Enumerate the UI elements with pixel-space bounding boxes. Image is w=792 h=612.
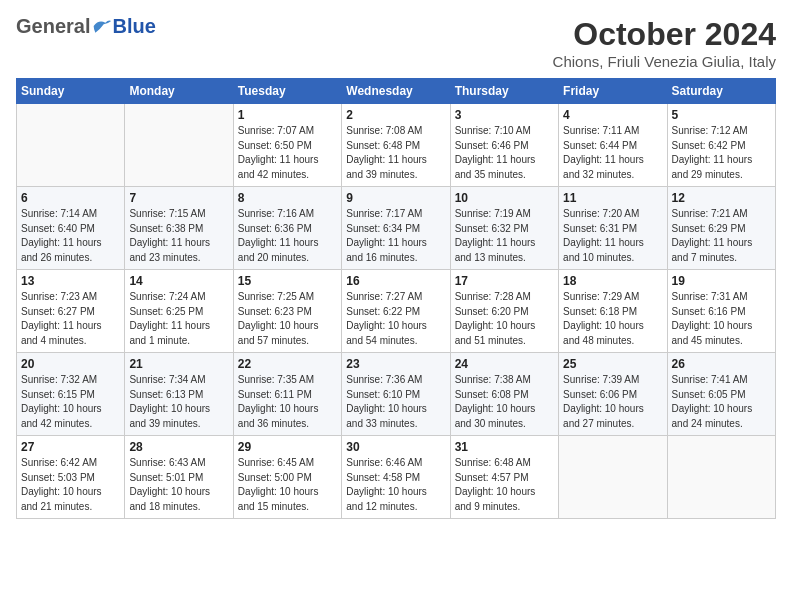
calendar-cell: 22Sunrise: 7:35 AM Sunset: 6:11 PM Dayli… xyxy=(233,353,341,436)
column-header-tuesday: Tuesday xyxy=(233,79,341,104)
day-number: 24 xyxy=(455,357,554,371)
calendar-cell: 30Sunrise: 6:46 AM Sunset: 4:58 PM Dayli… xyxy=(342,436,450,519)
calendar-cell xyxy=(17,104,125,187)
logo-general: General xyxy=(16,16,90,36)
day-detail: Sunrise: 7:34 AM Sunset: 6:13 PM Dayligh… xyxy=(129,373,228,431)
calendar-cell: 21Sunrise: 7:34 AM Sunset: 6:13 PM Dayli… xyxy=(125,353,233,436)
day-number: 2 xyxy=(346,108,445,122)
calendar-cell: 16Sunrise: 7:27 AM Sunset: 6:22 PM Dayli… xyxy=(342,270,450,353)
calendar-cell: 29Sunrise: 6:45 AM Sunset: 5:00 PM Dayli… xyxy=(233,436,341,519)
day-number: 8 xyxy=(238,191,337,205)
day-detail: Sunrise: 7:29 AM Sunset: 6:18 PM Dayligh… xyxy=(563,290,662,348)
day-detail: Sunrise: 7:16 AM Sunset: 6:36 PM Dayligh… xyxy=(238,207,337,265)
day-number: 15 xyxy=(238,274,337,288)
day-number: 26 xyxy=(672,357,771,371)
calendar-cell: 27Sunrise: 6:42 AM Sunset: 5:03 PM Dayli… xyxy=(17,436,125,519)
page-title: October 2024 xyxy=(553,16,776,53)
calendar-cell: 24Sunrise: 7:38 AM Sunset: 6:08 PM Dayli… xyxy=(450,353,558,436)
day-number: 10 xyxy=(455,191,554,205)
day-number: 19 xyxy=(672,274,771,288)
day-detail: Sunrise: 7:10 AM Sunset: 6:46 PM Dayligh… xyxy=(455,124,554,182)
calendar-cell: 12Sunrise: 7:21 AM Sunset: 6:29 PM Dayli… xyxy=(667,187,775,270)
calendar-week-row: 13Sunrise: 7:23 AM Sunset: 6:27 PM Dayli… xyxy=(17,270,776,353)
calendar-cell: 19Sunrise: 7:31 AM Sunset: 6:16 PM Dayli… xyxy=(667,270,775,353)
calendar-cell xyxy=(559,436,667,519)
calendar-cell: 20Sunrise: 7:32 AM Sunset: 6:15 PM Dayli… xyxy=(17,353,125,436)
calendar-cell: 4Sunrise: 7:11 AM Sunset: 6:44 PM Daylig… xyxy=(559,104,667,187)
day-detail: Sunrise: 7:12 AM Sunset: 6:42 PM Dayligh… xyxy=(672,124,771,182)
day-detail: Sunrise: 7:14 AM Sunset: 6:40 PM Dayligh… xyxy=(21,207,120,265)
calendar-cell: 15Sunrise: 7:25 AM Sunset: 6:23 PM Dayli… xyxy=(233,270,341,353)
day-detail: Sunrise: 7:36 AM Sunset: 6:10 PM Dayligh… xyxy=(346,373,445,431)
day-detail: Sunrise: 6:42 AM Sunset: 5:03 PM Dayligh… xyxy=(21,456,120,514)
day-detail: Sunrise: 7:27 AM Sunset: 6:22 PM Dayligh… xyxy=(346,290,445,348)
calendar-cell: 31Sunrise: 6:48 AM Sunset: 4:57 PM Dayli… xyxy=(450,436,558,519)
day-detail: Sunrise: 7:07 AM Sunset: 6:50 PM Dayligh… xyxy=(238,124,337,182)
calendar-week-row: 1Sunrise: 7:07 AM Sunset: 6:50 PM Daylig… xyxy=(17,104,776,187)
day-number: 12 xyxy=(672,191,771,205)
day-detail: Sunrise: 7:17 AM Sunset: 6:34 PM Dayligh… xyxy=(346,207,445,265)
calendar-cell: 2Sunrise: 7:08 AM Sunset: 6:48 PM Daylig… xyxy=(342,104,450,187)
day-detail: Sunrise: 6:45 AM Sunset: 5:00 PM Dayligh… xyxy=(238,456,337,514)
calendar-header-row: SundayMondayTuesdayWednesdayThursdayFrid… xyxy=(17,79,776,104)
day-number: 28 xyxy=(129,440,228,454)
calendar-cell: 5Sunrise: 7:12 AM Sunset: 6:42 PM Daylig… xyxy=(667,104,775,187)
calendar-cell: 8Sunrise: 7:16 AM Sunset: 6:36 PM Daylig… xyxy=(233,187,341,270)
calendar-cell: 14Sunrise: 7:24 AM Sunset: 6:25 PM Dayli… xyxy=(125,270,233,353)
day-detail: Sunrise: 7:31 AM Sunset: 6:16 PM Dayligh… xyxy=(672,290,771,348)
column-header-saturday: Saturday xyxy=(667,79,775,104)
title-block: October 2024 Chions, Friuli Venezia Giul… xyxy=(553,16,776,70)
calendar-cell: 18Sunrise: 7:29 AM Sunset: 6:18 PM Dayli… xyxy=(559,270,667,353)
calendar-cell: 6Sunrise: 7:14 AM Sunset: 6:40 PM Daylig… xyxy=(17,187,125,270)
day-detail: Sunrise: 7:24 AM Sunset: 6:25 PM Dayligh… xyxy=(129,290,228,348)
calendar-cell: 3Sunrise: 7:10 AM Sunset: 6:46 PM Daylig… xyxy=(450,104,558,187)
calendar-cell: 13Sunrise: 7:23 AM Sunset: 6:27 PM Dayli… xyxy=(17,270,125,353)
calendar-table: SundayMondayTuesdayWednesdayThursdayFrid… xyxy=(16,78,776,519)
day-detail: Sunrise: 7:32 AM Sunset: 6:15 PM Dayligh… xyxy=(21,373,120,431)
calendar-cell: 26Sunrise: 7:41 AM Sunset: 6:05 PM Dayli… xyxy=(667,353,775,436)
day-number: 16 xyxy=(346,274,445,288)
day-number: 13 xyxy=(21,274,120,288)
logo-bird-icon xyxy=(92,17,112,35)
day-detail: Sunrise: 6:46 AM Sunset: 4:58 PM Dayligh… xyxy=(346,456,445,514)
day-number: 29 xyxy=(238,440,337,454)
page-location: Chions, Friuli Venezia Giulia, Italy xyxy=(553,53,776,70)
day-number: 17 xyxy=(455,274,554,288)
day-number: 21 xyxy=(129,357,228,371)
day-detail: Sunrise: 7:11 AM Sunset: 6:44 PM Dayligh… xyxy=(563,124,662,182)
day-number: 22 xyxy=(238,357,337,371)
day-number: 20 xyxy=(21,357,120,371)
day-number: 27 xyxy=(21,440,120,454)
day-number: 1 xyxy=(238,108,337,122)
calendar-week-row: 20Sunrise: 7:32 AM Sunset: 6:15 PM Dayli… xyxy=(17,353,776,436)
day-number: 9 xyxy=(346,191,445,205)
column-header-monday: Monday xyxy=(125,79,233,104)
day-detail: Sunrise: 7:35 AM Sunset: 6:11 PM Dayligh… xyxy=(238,373,337,431)
calendar-cell: 9Sunrise: 7:17 AM Sunset: 6:34 PM Daylig… xyxy=(342,187,450,270)
day-number: 25 xyxy=(563,357,662,371)
day-detail: Sunrise: 7:38 AM Sunset: 6:08 PM Dayligh… xyxy=(455,373,554,431)
page-header: General Blue October 2024 Chions, Friuli… xyxy=(16,16,776,70)
day-detail: Sunrise: 7:21 AM Sunset: 6:29 PM Dayligh… xyxy=(672,207,771,265)
day-number: 4 xyxy=(563,108,662,122)
logo: General Blue xyxy=(16,16,156,36)
calendar-cell: 11Sunrise: 7:20 AM Sunset: 6:31 PM Dayli… xyxy=(559,187,667,270)
calendar-cell: 28Sunrise: 6:43 AM Sunset: 5:01 PM Dayli… xyxy=(125,436,233,519)
calendar-cell: 10Sunrise: 7:19 AM Sunset: 6:32 PM Dayli… xyxy=(450,187,558,270)
calendar-cell xyxy=(667,436,775,519)
calendar-cell: 23Sunrise: 7:36 AM Sunset: 6:10 PM Dayli… xyxy=(342,353,450,436)
day-detail: Sunrise: 7:28 AM Sunset: 6:20 PM Dayligh… xyxy=(455,290,554,348)
calendar-cell: 7Sunrise: 7:15 AM Sunset: 6:38 PM Daylig… xyxy=(125,187,233,270)
calendar-cell: 25Sunrise: 7:39 AM Sunset: 6:06 PM Dayli… xyxy=(559,353,667,436)
day-detail: Sunrise: 7:23 AM Sunset: 6:27 PM Dayligh… xyxy=(21,290,120,348)
day-detail: Sunrise: 7:15 AM Sunset: 6:38 PM Dayligh… xyxy=(129,207,228,265)
day-number: 30 xyxy=(346,440,445,454)
day-number: 31 xyxy=(455,440,554,454)
logo-blue: Blue xyxy=(112,16,155,36)
column-header-wednesday: Wednesday xyxy=(342,79,450,104)
column-header-sunday: Sunday xyxy=(17,79,125,104)
day-detail: Sunrise: 7:41 AM Sunset: 6:05 PM Dayligh… xyxy=(672,373,771,431)
day-number: 7 xyxy=(129,191,228,205)
day-detail: Sunrise: 6:43 AM Sunset: 5:01 PM Dayligh… xyxy=(129,456,228,514)
column-header-thursday: Thursday xyxy=(450,79,558,104)
